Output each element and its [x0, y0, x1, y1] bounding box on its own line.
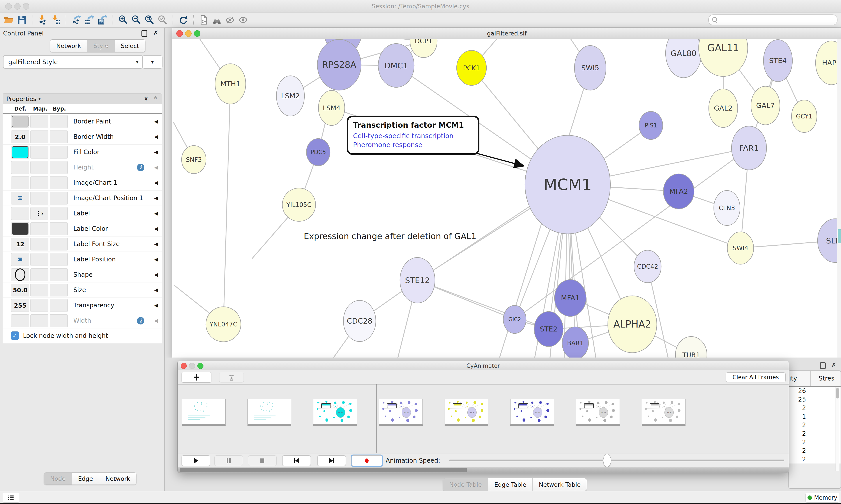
expand-row-icon[interactable]: ◀ [154, 119, 158, 124]
tab-network[interactable]: Network [50, 40, 87, 52]
annotation-box[interactable]: Transcription factor MCM1 Cell-type-spec… [347, 115, 479, 155]
annotation-link[interactable]: Cell-type-specific transcription [353, 131, 473, 141]
network-node-lsm4[interactable]: LSM4 [319, 90, 345, 125]
network-node-pdc5[interactable]: PDC5 [306, 139, 330, 166]
save-session-button[interactable] [15, 13, 29, 26]
expand-row-icon[interactable]: ◀ [154, 303, 158, 308]
mapping-cell[interactable] [31, 238, 48, 250]
close-panel-icon[interactable]: ✗ [831, 361, 836, 368]
network-node-pis1[interactable]: PIS1 [639, 111, 663, 140]
bypass-cell[interactable] [50, 299, 68, 312]
network-node-dmc1[interactable]: DMC1 [378, 43, 414, 87]
column-divider[interactable] [810, 371, 811, 386]
expand-row-icon[interactable]: ◀ [154, 165, 158, 170]
property-row[interactable]: Heighti◀ [3, 160, 162, 175]
mapping-cell[interactable] [31, 177, 48, 189]
expand-row-icon[interactable]: ◀ [154, 318, 158, 323]
expand-row-icon[interactable]: ◀ [154, 272, 158, 277]
network-from-selection-button[interactable] [197, 13, 210, 26]
export-table-button[interactable] [83, 13, 96, 26]
info-icon[interactable]: i [137, 164, 144, 171]
memory-button[interactable]: Memory [806, 492, 839, 503]
network-node-bar1[interactable]: BAR1 [562, 327, 589, 358]
network-node-ste4[interactable]: STE4 [764, 40, 792, 82]
table-row[interactable]: 26 [789, 386, 841, 395]
float-panel-icon[interactable] [142, 30, 147, 37]
zoom-selected-button[interactable] [156, 13, 169, 26]
animation-speed-slider[interactable] [449, 460, 784, 461]
canvas-vscrollbar[interactable] [837, 39, 841, 358]
default-cell[interactable] [11, 222, 29, 235]
property-row[interactable]: 50.0Size◀ [3, 283, 162, 298]
network-edge[interactable] [417, 280, 549, 329]
zoom-out-button[interactable] [130, 13, 143, 26]
record-button[interactable] [352, 455, 382, 466]
network-node-mcm1[interactable]: MCM1 [525, 135, 610, 234]
expand-row-icon[interactable]: ◀ [154, 226, 158, 231]
show-all-button[interactable] [236, 13, 250, 26]
zoom-fit-button[interactable] [143, 13, 156, 26]
bypass-cell[interactable] [50, 222, 68, 235]
network-node-mth1[interactable]: MTH1 [215, 64, 246, 104]
properties-header[interactable]: Properties ▾ » » [3, 93, 162, 104]
property-row[interactable]: Image/Chart Position 1◀ [3, 191, 162, 206]
default-cell[interactable] [11, 207, 29, 220]
network-node-cdc28[interactable]: CDC28 [343, 300, 376, 342]
info-icon[interactable]: i [137, 317, 144, 324]
timeline-frame-4[interactable]: MCM [445, 399, 488, 426]
default-cell[interactable]: 50.0 [11, 284, 29, 296]
mapping-cell[interactable] [31, 253, 48, 266]
default-cell[interactable] [11, 177, 29, 189]
scrollbar-thumb[interactable] [180, 468, 467, 472]
tab-network-table[interactable]: Network Table [532, 479, 587, 491]
bypass-cell[interactable] [50, 268, 68, 281]
network-node-ste2[interactable]: STE2 [534, 311, 563, 346]
timeline-playhead[interactable] [376, 384, 376, 460]
slider-thumb[interactable] [603, 454, 611, 467]
note-annotation[interactable]: Expression change after deletion of GAL1 [304, 231, 476, 241]
float-panel-icon[interactable] [820, 362, 826, 369]
table-row[interactable]: 2 [789, 429, 841, 438]
lock-size-checkbox[interactable]: ✓ [11, 331, 19, 340]
tab-select[interactable]: Select [114, 40, 145, 52]
column-ity[interactable]: ity [789, 375, 797, 382]
bypass-cell[interactable] [50, 192, 68, 204]
bypass-cell[interactable] [50, 130, 68, 143]
network-canvas[interactable]: DCP1RPS28ADMC1PCK1MTH1LSM2LSM4SNF3PDC5YI… [172, 39, 841, 358]
import-network-button[interactable] [36, 13, 49, 26]
property-row[interactable]: 255Transparency◀ [3, 298, 162, 313]
bypass-cell[interactable] [50, 177, 68, 189]
network-node-gal7[interactable]: GAL7 [751, 86, 780, 125]
open-session-button[interactable] [2, 13, 15, 26]
mapping-cell[interactable] [31, 268, 48, 281]
network-node-alpha2[interactable]: ALPHA2 [608, 296, 657, 353]
mapping-cell[interactable] [31, 161, 48, 174]
play-button[interactable] [182, 455, 210, 466]
tab-node[interactable]: Node [44, 473, 72, 485]
clear-all-frames-button[interactable]: Clear All Frames [726, 373, 786, 382]
default-cell[interactable] [11, 161, 29, 174]
mapping-cell[interactable] [31, 314, 48, 327]
bypass-cell[interactable] [50, 314, 68, 327]
expand-row-icon[interactable]: ◀ [154, 195, 158, 201]
table-row[interactable]: 2 [789, 446, 841, 455]
table-row[interactable]: 2 [789, 421, 841, 429]
tab-node-table[interactable]: Node Table [443, 479, 488, 491]
network-node-pck1[interactable]: PCK1 [457, 50, 486, 85]
default-cell[interactable]: 2.0 [11, 130, 29, 143]
property-row[interactable]: Label Color◀ [3, 221, 162, 236]
network-node-mfa1[interactable]: MFA1 [555, 280, 586, 317]
timeline-frame-3[interactable]: MCM [379, 399, 423, 426]
show-panels-button[interactable] [3, 492, 19, 503]
network-node-gic2[interactable]: GIC2 [503, 305, 526, 334]
cyanimator-hscrollbar[interactable] [178, 467, 789, 473]
mapping-cell[interactable] [31, 146, 48, 159]
network-node-mfa2[interactable]: MFA2 [663, 174, 694, 209]
bypass-cell[interactable] [50, 284, 68, 296]
cyanimator-timeline[interactable]: MCMMCMMCMMCMMCMMCM 0123456789 Seconds [178, 384, 789, 453]
network-node-dcp1[interactable]: DCP1 [410, 39, 437, 58]
mapping-cell[interactable] [31, 284, 48, 296]
property-row[interactable]: Shape◀ [3, 267, 162, 283]
mapping-cell[interactable] [31, 115, 48, 128]
scrollbar-thumb[interactable] [838, 229, 841, 243]
